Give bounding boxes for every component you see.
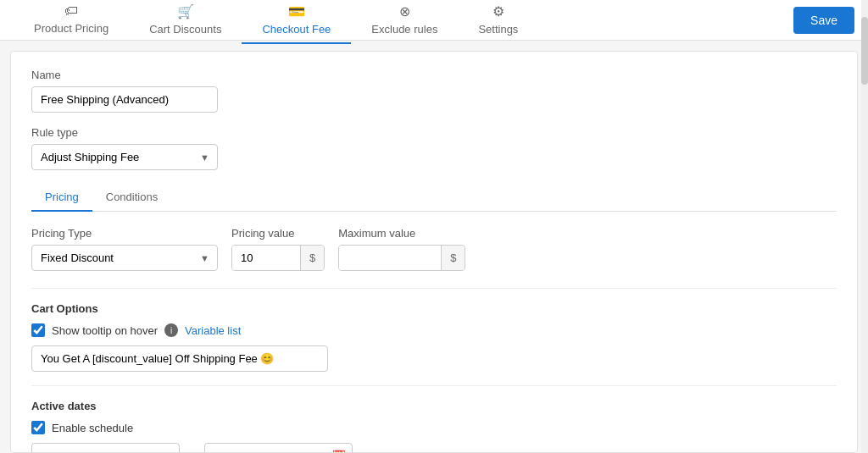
- cart-options-title: Cart Options: [31, 302, 837, 315]
- exclude-rules-icon: ⊗: [399, 3, 410, 19]
- pricing-row: Pricing Type Fixed Discount Percentage D…: [31, 227, 837, 271]
- active-dates-title: Active dates: [31, 400, 837, 412]
- save-button[interactable]: Save: [793, 7, 854, 34]
- pricing-type-select[interactable]: Fixed Discount Percentage Discount Fixed…: [31, 245, 218, 271]
- scrollbar-track[interactable]: [861, 0, 868, 453]
- product-pricing-label: Product Pricing: [34, 22, 108, 35]
- pricing-type-col: Pricing Type Fixed Discount Percentage D…: [31, 227, 218, 271]
- rule-type-field-group: Rule type Adjust Shipping Fee Fixed Disc…: [31, 126, 837, 170]
- pricing-value-suffix: $: [300, 246, 324, 270]
- rule-type-label: Rule type: [31, 126, 837, 139]
- exclude-rules-label: Exclude rules: [371, 23, 437, 36]
- tab-cart-discounts[interactable]: 🛒 Cart Discounts: [129, 0, 242, 44]
- name-field-group: Name: [31, 69, 837, 113]
- end-date-wrapper: 📅: [204, 443, 353, 453]
- max-value-col: Maximum value $: [338, 227, 465, 271]
- start-date-wrapper: [31, 443, 180, 453]
- tooltip-text-input[interactable]: [31, 345, 328, 372]
- settings-icon: ⚙: [492, 3, 504, 19]
- max-value-input[interactable]: [339, 246, 441, 270]
- pricing-type-select-wrapper: Fixed Discount Percentage Discount Fixed…: [31, 245, 218, 271]
- tab-product-pricing[interactable]: 🏷 Product Pricing: [14, 0, 129, 43]
- checkout-fee-label: Checkout Fee: [262, 23, 331, 36]
- tab-exclude-rules[interactable]: ⊗ Exclude rules: [351, 0, 458, 44]
- show-tooltip-checkbox[interactable]: [31, 323, 45, 337]
- pricing-value-col: Pricing value $: [231, 227, 325, 271]
- date-range-row: → 📅: [31, 443, 837, 453]
- divider-2: [31, 385, 837, 386]
- enable-schedule-checkbox[interactable]: [31, 421, 45, 434]
- divider-1: [31, 288, 837, 289]
- cart-discounts-icon: 🛒: [177, 3, 194, 19]
- main-content: Name Rule type Adjust Shipping Fee Fixed…: [10, 51, 858, 453]
- rule-type-select-wrapper: Adjust Shipping Fee Fixed Discount Perce…: [31, 144, 218, 170]
- tab-settings[interactable]: ⚙ Settings: [458, 0, 538, 44]
- pricing-tab-label: Pricing: [45, 191, 79, 203]
- tab-checkout-fee[interactable]: 💳 Checkout Fee: [242, 0, 351, 44]
- tab-conditions[interactable]: Conditions: [92, 184, 171, 212]
- date-arrow-separator: →: [186, 450, 198, 453]
- max-value-label: Maximum value: [338, 227, 465, 240]
- nav-tabs: 🏷 Product Pricing 🛒 Cart Discounts 💳 Che…: [14, 0, 793, 44]
- tab-pricing[interactable]: Pricing: [31, 184, 92, 212]
- enable-schedule-row: Enable schedule: [31, 421, 837, 434]
- pricing-value-input-group: $: [231, 245, 325, 271]
- name-input[interactable]: [31, 86, 218, 113]
- cart-options-group: Cart Options Show tooltip on hover i Var…: [31, 302, 837, 372]
- pricing-type-label: Pricing Type: [31, 227, 218, 240]
- pricing-value-input[interactable]: [232, 246, 300, 270]
- rule-type-select[interactable]: Adjust Shipping Fee Fixed Discount Perce…: [31, 144, 218, 170]
- conditions-tab-label: Conditions: [106, 191, 158, 203]
- show-tooltip-label: Show tooltip on hover: [52, 324, 158, 337]
- tooltip-info-icon: i: [164, 323, 178, 337]
- scrollbar-thumb[interactable]: [861, 17, 868, 85]
- max-value-suffix: $: [441, 246, 465, 270]
- cart-discounts-label: Cart Discounts: [149, 23, 221, 36]
- name-label: Name: [31, 69, 837, 81]
- variable-list-link[interactable]: Variable list: [185, 324, 241, 337]
- pricing-value-label: Pricing value: [231, 227, 325, 240]
- top-navigation: 🏷 Product Pricing 🛒 Cart Discounts 💳 Che…: [0, 0, 868, 41]
- start-date-input[interactable]: [31, 443, 180, 453]
- max-value-input-group: $: [338, 245, 465, 271]
- settings-label: Settings: [478, 23, 518, 36]
- inner-tabs: Pricing Conditions: [31, 184, 837, 212]
- enable-schedule-label: Enable schedule: [52, 422, 133, 434]
- product-pricing-icon: 🏷: [64, 3, 78, 19]
- end-date-input[interactable]: [204, 443, 353, 453]
- checkout-fee-icon: 💳: [288, 3, 305, 19]
- show-tooltip-row: Show tooltip on hover i Variable list: [31, 323, 837, 337]
- active-dates-group: Active dates Enable schedule → 📅: [31, 400, 837, 453]
